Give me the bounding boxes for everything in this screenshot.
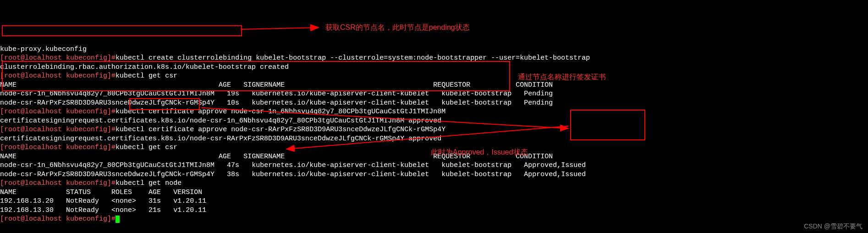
cursor[interactable]: [115, 216, 120, 223]
output-line: clusterrolebinding.rbac.authorization.k8…: [0, 63, 289, 71]
command-create-crb: kubectl create clusterrolebinding kubele…: [115, 54, 590, 62]
csr-header: NAME AGE SIGNERNAME REQUESTOR CONDITION: [0, 81, 553, 89]
prompt: [: [0, 108, 4, 116]
partial-top-line: kube-proxy.kubeconfig: [0, 45, 87, 53]
prompt: [: [0, 126, 4, 133]
annotation: 此时为Approved，Issued状态: [431, 148, 528, 157]
command-get-node: kubectl get node: [115, 179, 181, 187]
command-get-csr-2: kubectl get csr: [115, 144, 177, 151]
output-line: certificatesigningrequest.certificates.k…: [0, 135, 441, 143]
csr-row: node-csr-1n_6Nbhsvu4q82y7_80CPb3tgUCauCs…: [0, 90, 553, 98]
csr-row: node-csr-RArPxFzSR8D3D9ARU3snceDdwzeJLfg…: [0, 99, 553, 107]
node-row: 192.168.13.30 NotReady <none> 21s v1.20.…: [0, 206, 206, 214]
node-header: NAME STATUS ROLES AGE VERSION: [0, 189, 202, 196]
arrow-icon: [241, 24, 323, 33]
prompt: [: [0, 215, 4, 223]
terminal-output: kube-proxy.kubeconfig [root@localhost ku…: [0, 36, 868, 224]
output-line: certificatesigningrequest.certificates.k…: [0, 117, 441, 125]
command-approve-2: kubectl certificate approve node-csr-RAr…: [115, 126, 445, 133]
command-approve-1: kubectl certificate approve node-csr-1n_…: [115, 108, 445, 116]
prompt: [: [0, 54, 4, 62]
prompt: [: [0, 179, 4, 187]
command-get-csr: kubectl get csr: [115, 72, 177, 80]
highlight-box: [2, 25, 242, 36]
node-row: 192.168.13.20 NotReady <none> 31s v1.20.…: [0, 197, 206, 205]
csr-row: node-csr-1n_6Nbhsvu4q82y7_80CPb3tgUCauCs…: [0, 161, 586, 169]
prompt: [: [0, 144, 4, 151]
csr-row: node-csr-RArPxFzSR8D3D9ARU3snceDdwzeJLfg…: [0, 171, 586, 178]
watermark: CSDN @雪碧不要气: [804, 222, 863, 230]
annotation: 获取CSR的节点名，此时节点是pending状态: [325, 23, 470, 33]
svg-line-1: [241, 28, 319, 29]
prompt: [: [0, 72, 4, 80]
annotation: 通过节点名称进行签发证书: [518, 72, 606, 82]
